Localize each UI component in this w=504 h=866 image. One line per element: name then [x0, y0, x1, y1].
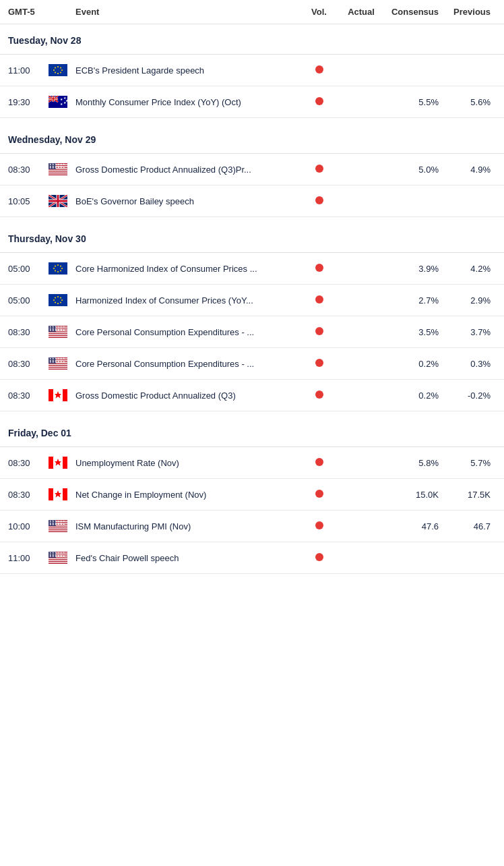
previous-value: 5.7% — [445, 458, 496, 468]
flag-uk — [49, 195, 75, 207]
consensus-value: 15.0K — [385, 490, 445, 500]
event-time: 11:00 — [8, 553, 49, 563]
table-header: GMT-5 Event Vol. Actual Consensus Previo… — [0, 0, 504, 24]
previous-value: 4.2% — [445, 264, 496, 274]
svg-rect-102 — [49, 530, 67, 531]
event-time: 05:00 — [8, 295, 49, 306]
svg-point-52 — [55, 266, 56, 267]
svg-point-4 — [60, 72, 61, 74]
event-name: Core Personal Consumption Expenditures -… — [75, 359, 301, 369]
svg-rect-53 — [49, 294, 67, 306]
volatility-indicator — [301, 97, 338, 107]
svg-point-58 — [57, 303, 59, 304]
event-name: Unemployment Rate (Nov) — [75, 458, 301, 468]
table-row[interactable]: 10:05 BoE's Governor Bailey speech — [0, 185, 504, 217]
table-row[interactable]: 08:30 Net Change in Employment (Nov)15.0… — [0, 479, 504, 511]
svg-rect-44 — [49, 262, 67, 275]
svg-point-1 — [57, 66, 59, 67]
calendar-body: Tuesday, Nov 2811:00 ECB's President Lag… — [0, 24, 504, 574]
flag-eu — [49, 262, 75, 275]
table-row[interactable]: 05:00 Core Harmonized Index of Consumer … — [0, 253, 504, 285]
volatility-indicator — [301, 391, 338, 401]
day-header-3: Friday, Dec 01 — [0, 417, 504, 447]
header-vol: Vol. — [301, 7, 338, 17]
svg-rect-86 — [63, 389, 67, 401]
svg-rect-30 — [49, 173, 67, 174]
svg-point-5 — [57, 73, 59, 74]
event-time: 08:30 — [8, 165, 49, 175]
table-row[interactable]: 10:00 ★★★★★★ ★★★★★ ★★★★★★ ISM Manufactur… — [0, 511, 504, 542]
volatility-indicator — [301, 264, 338, 274]
consensus-value: 2.7% — [385, 295, 445, 306]
svg-rect-66 — [49, 333, 67, 333]
svg-text:★★★★★★: ★★★★★★ — [49, 523, 65, 526]
previous-value: 3.7% — [445, 327, 496, 337]
svg-text:★: ★ — [65, 98, 67, 103]
event-name: ISM Manufacturing PMI (Nov) — [75, 521, 301, 531]
svg-point-57 — [60, 302, 61, 304]
svg-rect-111 — [49, 558, 67, 559]
table-row[interactable]: 11:00 ★★★★★★ ★★★★★ ★★★★★★ Fed's Chair Po… — [0, 542, 504, 574]
svg-point-49 — [57, 271, 59, 272]
high-volatility-dot — [315, 553, 323, 561]
svg-point-45 — [57, 264, 59, 266]
consensus-value: 3.9% — [385, 264, 445, 274]
high-volatility-dot — [315, 458, 323, 466]
svg-rect-85 — [49, 389, 53, 401]
svg-point-60 — [53, 299, 55, 301]
svg-point-3 — [61, 69, 63, 71]
table-row[interactable]: 05:00 Harmonized Index of Consumer Price… — [0, 285, 504, 316]
consensus-value: 5.5% — [385, 97, 445, 107]
flag-us: ★★★★★★ ★★★★★ ★★★★★★ — [49, 552, 75, 564]
header-actual: Actual — [338, 7, 385, 17]
previous-value: 4.9% — [445, 165, 496, 175]
table-row[interactable]: 08:30 ★★★★★★ ★★★★★ ★★★★★★ Core Personal … — [0, 348, 504, 380]
event-time: 10:00 — [8, 521, 49, 531]
high-volatility-dot — [315, 295, 323, 304]
svg-rect-67 — [49, 334, 67, 335]
day-header-0: Tuesday, Nov 28 — [0, 24, 504, 55]
flag-eu — [49, 294, 75, 306]
table-row[interactable]: 08:30 Gross Domestic Product Annualized … — [0, 380, 504, 411]
svg-text:★★★★★★: ★★★★★★ — [49, 329, 65, 332]
day-header-1: Wednesday, Nov 29 — [0, 123, 504, 154]
svg-rect-113 — [49, 562, 67, 562]
svg-rect-90 — [63, 457, 67, 469]
svg-text:★★★★★★: ★★★★★★ — [49, 167, 65, 169]
flag-ca — [49, 488, 75, 500]
previous-value: 46.7 — [445, 521, 496, 531]
flag-us: ★★★★★★ ★★★★★ ★★★★★★ — [49, 520, 75, 532]
table-row[interactable]: 19:30 ★ ★ ★ ★ ★ Monthly Consumer Price I… — [0, 86, 504, 118]
event-name: Core Harmonized Index of Consumer Prices… — [75, 264, 301, 274]
event-time: 19:30 — [8, 97, 49, 107]
high-volatility-dot — [315, 165, 323, 173]
event-time: 08:30 — [8, 458, 49, 468]
svg-point-54 — [57, 296, 59, 297]
flag-us: ★★★★★★ ★★★★★ ★★★★★★ — [49, 357, 75, 370]
event-time: 08:30 — [8, 327, 49, 337]
svg-rect-28 — [49, 170, 67, 171]
header-previous: Previous — [445, 7, 496, 17]
event-name: BoE's Governor Bailey speech — [75, 196, 301, 206]
svg-point-55 — [60, 297, 61, 299]
table-row[interactable]: 08:30 ★★★★★★ ★★★★★ ★★★★★★ Gross Domestic… — [0, 154, 504, 185]
event-name: ECB's President Lagarde speech — [75, 65, 301, 76]
table-row[interactable]: 08:30 ★★★★★★ ★★★★★ ★★★★★★ Core Personal … — [0, 316, 504, 348]
event-name: Core Personal Consumption Expenditures -… — [75, 327, 301, 337]
event-time: 10:05 — [8, 196, 49, 206]
consensus-value: 5.8% — [385, 458, 445, 468]
svg-point-46 — [60, 266, 61, 267]
volatility-indicator — [301, 196, 338, 206]
volatility-indicator — [301, 521, 338, 531]
svg-point-48 — [60, 270, 61, 272]
table-row[interactable]: 11:00 ECB's President Lagarde speech — [0, 55, 504, 86]
high-volatility-dot — [315, 490, 323, 498]
svg-rect-68 — [49, 336, 67, 337]
high-volatility-dot — [315, 65, 323, 74]
consensus-value: 5.0% — [385, 165, 445, 175]
header-consensus: Consensus — [385, 7, 445, 17]
table-row[interactable]: 08:30 Unemployment Rate (Nov)5.8%5.7% — [0, 447, 504, 479]
consensus-value: 0.2% — [385, 359, 445, 369]
flag-eu — [49, 64, 75, 76]
event-name: Gross Domestic Product Annualized (Q3) — [75, 391, 301, 401]
